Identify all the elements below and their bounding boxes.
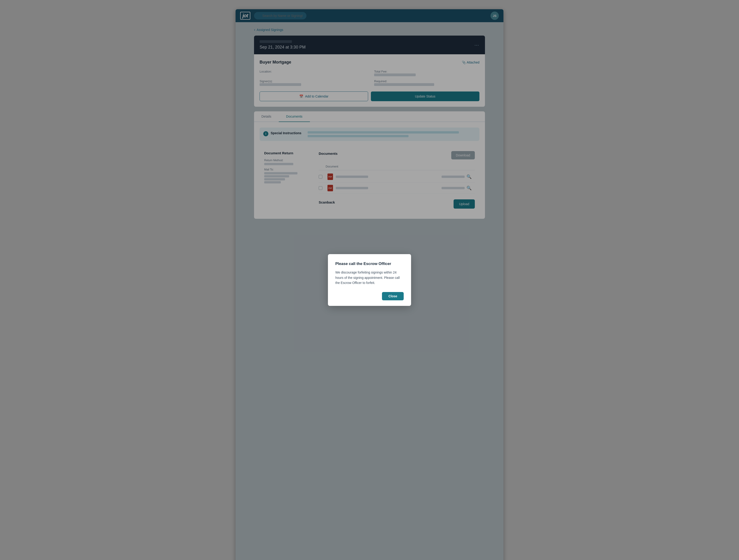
modal-footer: Close <box>335 292 404 300</box>
modal-title: Please call the Escrow Officer <box>335 262 404 266</box>
modal-body: We discourage forfeiting signings within… <box>335 270 404 285</box>
close-modal-button[interactable]: Close <box>382 292 404 300</box>
modal-overlay: Please call the Escrow Officer We discou… <box>0 0 739 560</box>
modal: Please call the Escrow Officer We discou… <box>328 254 411 306</box>
